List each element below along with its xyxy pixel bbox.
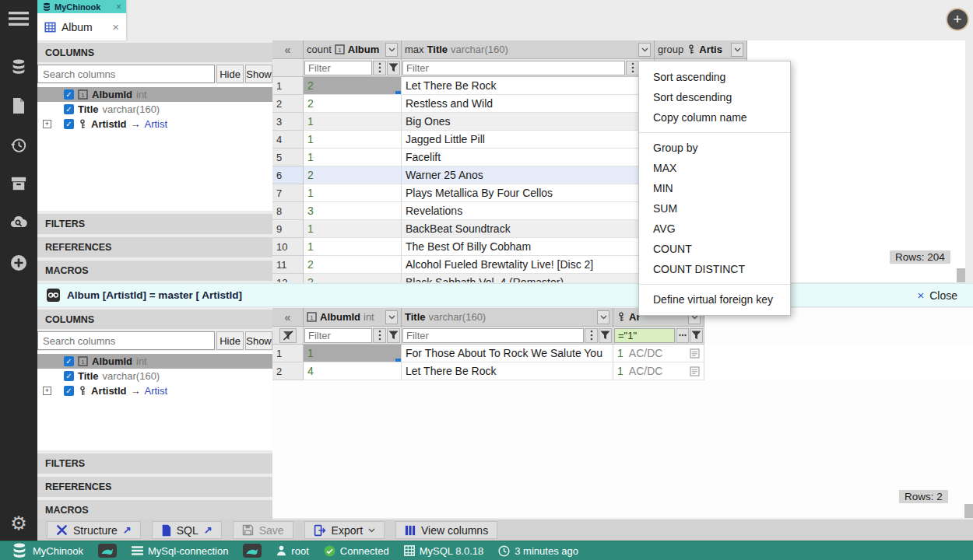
expand-icon[interactable]: +	[43, 387, 51, 395]
kebab-icon[interactable]	[373, 328, 386, 343]
add-circle-icon[interactable]	[9, 254, 28, 272]
status-item[interactable]: 3 minutes ago	[498, 545, 578, 557]
row-number-cell[interactable]: 2	[272, 362, 304, 380]
menu-item[interactable]: COUNT DISTINCT	[639, 259, 790, 279]
cell-count[interactable]: 2	[304, 95, 402, 113]
column-list-item[interactable]: +✓ArtistId→Artist	[37, 383, 272, 398]
column-menu-button[interactable]	[385, 310, 398, 324]
column-checkbox[interactable]: ✓	[64, 89, 74, 100]
column-header[interactable]: count1Album	[304, 40, 402, 59]
cell-title[interactable]: The Best Of Billy Cobham	[402, 238, 655, 256]
collapse-columns-button[interactable]: «	[272, 40, 304, 59]
cell-title[interactable]: Let There Be Rock	[402, 77, 655, 95]
filter-icon[interactable]	[599, 328, 612, 343]
vertical-scrollbar-thumb[interactable]	[964, 504, 973, 518]
cell-count[interactable]: 2	[304, 77, 402, 95]
tab-group-header[interactable]: MyChinook ×	[37, 0, 126, 13]
cell-title[interactable]: Jagged Little Pill	[402, 131, 655, 149]
column-menu-button[interactable]	[731, 43, 743, 57]
menu-item[interactable]: MIN	[639, 178, 790, 198]
column-header[interactable]: Titlevarchar(160)	[402, 308, 613, 327]
cell-title[interactable]: For Those About To Rock We Salute You	[402, 345, 613, 362]
hide-button[interactable]: Hide	[216, 331, 244, 350]
form-icon[interactable]	[690, 366, 700, 376]
row-number-cell[interactable]: 1	[272, 345, 304, 362]
reference-link[interactable]: Artist	[145, 385, 168, 397]
search-columns-input[interactable]	[37, 331, 215, 350]
column-list-item[interactable]: ✓Titlevarchar(160)	[37, 102, 272, 117]
row-number-cell[interactable]: 11	[272, 256, 304, 274]
row-number-cell[interactable]: 5	[272, 149, 304, 166]
ellipsis-icon[interactable]	[676, 328, 689, 343]
filter-input[interactable]	[402, 61, 625, 75]
cell-count[interactable]: 1	[304, 184, 402, 202]
kebab-icon[interactable]	[373, 61, 386, 75]
export-button[interactable]: Export	[304, 521, 385, 539]
column-checkbox[interactable]: ✓	[64, 356, 74, 366]
cell-count[interactable]: 2	[304, 166, 402, 184]
row-number-cell[interactable]: 2	[272, 95, 304, 113]
column-menu-button[interactable]	[597, 310, 609, 324]
cell-title[interactable]: Let There Be Rock	[402, 362, 613, 380]
row-number-cell[interactable]: 1	[272, 77, 304, 95]
filter-input[interactable]	[304, 61, 372, 75]
columns-panel-header[interactable]: COLUMNS	[37, 310, 272, 329]
search-columns-input[interactable]	[37, 65, 215, 83]
cell-title[interactable]: BackBeat Soundtrack	[402, 220, 655, 238]
row-number-cell[interactable]: 8	[272, 202, 304, 220]
menu-item[interactable]: COUNT	[639, 239, 790, 259]
row-number-cell[interactable]: 4	[272, 131, 304, 149]
column-menu-button[interactable]	[638, 43, 651, 57]
history-icon[interactable]	[10, 137, 27, 154]
menu-icon[interactable]	[9, 11, 29, 26]
menu-item[interactable]: Group by	[639, 138, 790, 158]
menu-item[interactable]: MAX	[639, 158, 790, 178]
menu-item[interactable]: Define virtual foreign key	[639, 289, 790, 310]
filter-input[interactable]	[304, 328, 372, 343]
row-number-cell[interactable]: 6	[272, 166, 304, 184]
cell-title[interactable]: Restless and Wild	[402, 95, 655, 113]
column-checkbox[interactable]: ✓	[64, 104, 74, 114]
cell-title[interactable]: Alcohol Fueled Brewtality Live! [Disc 2]	[402, 256, 655, 274]
row-number-cell[interactable]: 7	[272, 184, 304, 202]
column-checkbox[interactable]: ✓	[64, 386, 74, 396]
cell-artist-id[interactable]: 1AC/DC	[613, 345, 704, 362]
status-item[interactable]: Connected	[324, 545, 389, 557]
cell-title[interactable]: Big Ones	[402, 113, 655, 131]
cell-count[interactable]: 2	[304, 256, 402, 274]
row-number-cell[interactable]: 10	[272, 238, 304, 256]
filter-icon[interactable]	[690, 328, 703, 343]
filter-input[interactable]	[402, 328, 584, 343]
cell-title[interactable]: Warner 25 Anos	[402, 166, 655, 184]
filter-icon[interactable]	[387, 61, 400, 75]
sql-button[interactable]: SQL↗	[152, 521, 222, 539]
panel-section-references[interactable]: REFERENCES	[37, 237, 272, 257]
column-list-item[interactable]: ✓Titlevarchar(160)	[37, 369, 272, 383]
close-reference-button[interactable]: × Close	[917, 289, 957, 302]
status-item[interactable]: root	[276, 545, 308, 557]
column-header[interactable]: maxTitlevarchar(160)	[402, 40, 655, 59]
status-item[interactable]: MySql-connection	[132, 545, 228, 557]
show-button[interactable]: Show	[245, 65, 272, 83]
cloud-search-icon[interactable]	[9, 215, 28, 229]
tab-album[interactable]: Album ×	[37, 13, 126, 40]
column-list-item[interactable]: ✓1AlbumIdint	[37, 87, 272, 102]
file-icon[interactable]	[11, 97, 26, 114]
cell-count[interactable]: 1	[304, 149, 402, 166]
cell-title[interactable]: Plays Metallica By Four Cellos	[402, 184, 655, 202]
cell-title[interactable]: Revelations	[402, 202, 655, 220]
expand-icon[interactable]: +	[43, 120, 51, 128]
panel-section-macros[interactable]: MACROS	[37, 261, 272, 281]
row-number-cell[interactable]: 3	[272, 113, 304, 131]
tab-group-close-icon[interactable]: ×	[116, 2, 121, 12]
database-tab-group[interactable]: MyChinook × Album ×	[37, 0, 126, 40]
kebab-icon[interactable]	[626, 61, 639, 75]
gear-icon[interactable]: ⚙	[10, 514, 27, 533]
show-button[interactable]: Show	[245, 331, 272, 350]
status-item[interactable]: MyChinook	[11, 542, 83, 559]
row-number-cell[interactable]: 12	[272, 274, 304, 282]
database-icon[interactable]	[10, 58, 27, 75]
menu-item[interactable]: AVG	[639, 219, 790, 239]
status-item[interactable]	[98, 544, 117, 558]
menu-item[interactable]: SUM	[639, 198, 790, 219]
